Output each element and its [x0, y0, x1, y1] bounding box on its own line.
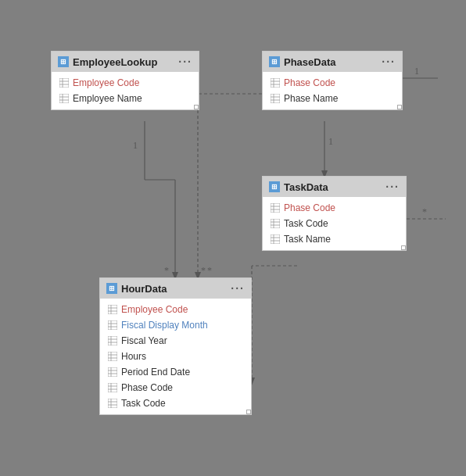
- table-row: Phase Code: [263, 75, 402, 91]
- table-row: Employee Code: [52, 75, 199, 91]
- svg-rect-68: [108, 367, 117, 377]
- table-icon-employee: ⊞: [58, 56, 69, 67]
- svg-rect-44: [271, 219, 280, 228]
- field-icon-task-phase-code: [271, 203, 280, 213]
- field-icon-hours: [108, 352, 117, 361]
- svg-rect-40: [271, 203, 280, 213]
- hour-data-header: ⊞ HourData ···: [100, 278, 251, 299]
- svg-text:*: *: [207, 265, 212, 276]
- table-row: Task Name: [263, 231, 406, 247]
- field-icon-period-end-date: [108, 367, 117, 377]
- hour-employee-code-field: Employee Code: [121, 304, 188, 315]
- table-row: Task Code: [100, 395, 251, 411]
- field-icon-employee-name: [59, 94, 69, 103]
- task-code-field: Task Code: [284, 218, 328, 229]
- table-row: Period End Date: [100, 364, 251, 380]
- table-row: Task Code: [263, 216, 406, 231]
- phase-data-header: ⊞ PhaseData ···: [263, 52, 402, 72]
- svg-rect-28: [59, 94, 69, 103]
- resize-handle-employee[interactable]: [194, 105, 199, 109]
- hour-phase-code-field: Phase Code: [121, 382, 173, 393]
- table-row: Fiscal Year: [100, 333, 251, 349]
- resize-handle-hour[interactable]: [246, 410, 251, 414]
- hour-data-title: HourData: [121, 283, 167, 295]
- table-row: Employee Code: [100, 302, 251, 317]
- employee-lookup-title: EmployeeLookup: [73, 56, 157, 68]
- svg-rect-60: [108, 336, 117, 345]
- employee-lookup-table: ⊞ EmployeeLookup ··· Employee Code Emplo…: [51, 51, 199, 110]
- hour-data-table: ⊞ HourData ··· Employee Code Fiscal Disp…: [99, 277, 252, 415]
- hour-task-code-field: Task Code: [121, 398, 166, 409]
- svg-text:1: 1: [133, 140, 138, 151]
- phase-code-field: Phase Code: [284, 77, 335, 88]
- hour-data-body: Employee Code Fiscal Display Month Fisca…: [100, 299, 251, 414]
- resize-handle-phase[interactable]: [397, 105, 402, 109]
- phase-data-menu[interactable]: ···: [382, 55, 396, 68]
- period-end-date-field: Period End Date: [121, 367, 190, 378]
- employee-lookup-header: ⊞ EmployeeLookup ···: [52, 52, 199, 72]
- field-icon-task-code: [271, 219, 280, 228]
- phase-name-field: Phase Name: [284, 93, 338, 104]
- field-icon-hour-task-code: [108, 399, 117, 408]
- employee-lookup-menu[interactable]: ···: [178, 55, 192, 68]
- table-row: Phase Code: [263, 200, 406, 216]
- svg-text:1: 1: [414, 66, 419, 77]
- svg-rect-24: [59, 78, 69, 88]
- task-phase-code-field: Phase Code: [284, 202, 335, 213]
- field-icon-fiscal-display: [108, 320, 117, 330]
- employee-code-field: Employee Code: [73, 77, 139, 88]
- task-data-table: ⊞ TaskData ··· Phase Code Task Code: [262, 176, 407, 251]
- svg-text:1: 1: [328, 136, 333, 147]
- table-row: Hours: [100, 349, 251, 364]
- svg-text:*: *: [164, 265, 169, 276]
- hour-data-menu[interactable]: ···: [231, 282, 245, 295]
- task-data-body: Phase Code Task Code Task Name: [263, 197, 406, 250]
- svg-text:*: *: [201, 265, 206, 276]
- field-icon-phase-code: [271, 78, 280, 88]
- svg-rect-52: [108, 305, 117, 314]
- svg-rect-36: [271, 94, 280, 103]
- fiscal-year-field: Fiscal Year: [121, 335, 167, 346]
- field-icon-hour-employee-code: [108, 305, 117, 314]
- phase-data-body: Phase Code Phase Name: [263, 72, 402, 109]
- svg-rect-64: [108, 352, 117, 361]
- table-icon-task: ⊞: [269, 181, 280, 192]
- table-row: Fiscal Display Month: [100, 317, 251, 333]
- table-row: Employee Name: [52, 91, 199, 106]
- field-icon-employee-code: [59, 78, 69, 88]
- table-row: Phase Code: [100, 380, 251, 395]
- field-icon-fiscal-year: [108, 336, 117, 345]
- field-icon-hour-phase-code: [108, 383, 117, 392]
- employee-name-field: Employee Name: [73, 93, 142, 104]
- svg-text:*: *: [422, 206, 427, 217]
- resize-handle-task[interactable]: [401, 245, 406, 250]
- table-icon-hour: ⊞: [106, 283, 117, 294]
- field-icon-phase-name: [271, 94, 280, 103]
- phase-data-table: ⊞ PhaseData ··· Phase Code Phase Name: [262, 51, 403, 110]
- svg-rect-32: [271, 78, 280, 88]
- phase-data-title: PhaseData: [284, 56, 335, 68]
- table-icon-phase: ⊞: [269, 56, 280, 67]
- svg-rect-72: [108, 383, 117, 392]
- task-data-header: ⊞ TaskData ···: [263, 177, 406, 197]
- hours-field: Hours: [121, 351, 146, 362]
- task-data-title: TaskData: [284, 181, 328, 193]
- employee-lookup-body: Employee Code Employee Name: [52, 72, 199, 109]
- field-icon-task-name: [271, 234, 280, 244]
- task-data-menu[interactable]: ···: [385, 181, 400, 193]
- svg-rect-56: [108, 320, 117, 330]
- fiscal-display-month-field: Fiscal Display Month: [121, 320, 208, 331]
- table-row: Phase Name: [263, 91, 402, 106]
- svg-rect-48: [271, 234, 280, 244]
- task-name-field: Task Name: [284, 234, 331, 245]
- svg-rect-76: [108, 399, 117, 408]
